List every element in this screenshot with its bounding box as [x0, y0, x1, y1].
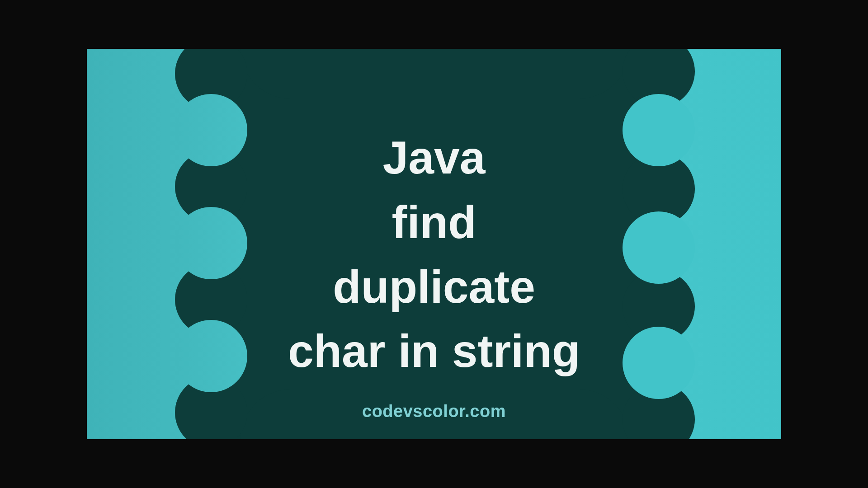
banner-canvas: Java find duplicate char in string codev… — [87, 49, 781, 439]
banner-title: Java find duplicate char in string — [87, 126, 781, 384]
blob-shape-top — [241, 49, 629, 99]
title-line: duplicate — [87, 255, 781, 319]
banner-footer: codevscolor.com — [87, 402, 781, 421]
title-line: find — [87, 190, 781, 255]
title-line: char in string — [87, 319, 781, 384]
title-line: Java — [87, 126, 781, 190]
